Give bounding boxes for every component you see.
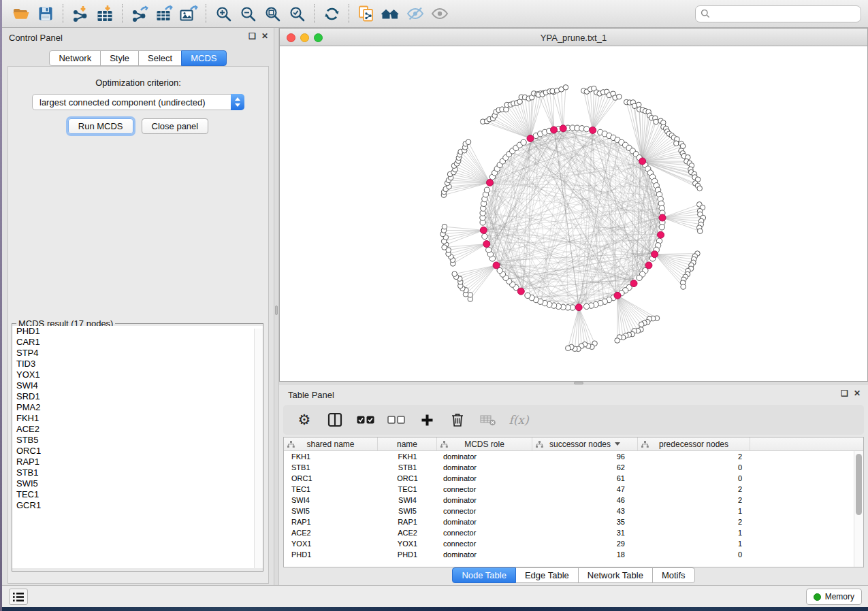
cell-predecessor_nodes[interactable]: 1 — [638, 506, 750, 516]
mcds-result-node[interactable]: CAR1 — [12, 337, 263, 348]
table-row[interactable]: STB1STB1dominator620 — [284, 462, 854, 473]
table-row[interactable]: RAP1RAP1dominator352 — [284, 516, 854, 527]
mcds-result-node[interactable]: STB5 — [12, 435, 263, 446]
cell-shared_name[interactable]: FKH1 — [284, 451, 378, 462]
table-vertical-scrollbar[interactable] — [854, 451, 863, 567]
network-node[interactable] — [637, 275, 642, 280]
cell-mcds_role[interactable]: dominator — [437, 473, 532, 484]
network-node[interactable] — [566, 346, 571, 351]
cell-predecessor_nodes[interactable]: 2 — [638, 495, 750, 506]
table-row[interactable]: SWI5SWI5connector431 — [284, 506, 854, 516]
dominator-node[interactable] — [493, 262, 500, 269]
cell-predecessor_nodes[interactable]: 0 — [638, 462, 750, 473]
cell-successor_nodes[interactable]: 35 — [532, 516, 638, 527]
cell-shared_name[interactable]: STB1 — [284, 462, 378, 473]
network-node[interactable] — [681, 284, 686, 290]
cell-mcds_role[interactable]: dominator — [437, 462, 532, 473]
table-row[interactable]: FKH1FKH1dominator962 — [284, 451, 854, 462]
cell-mcds_role[interactable]: dominator — [437, 495, 532, 506]
cell-successor_nodes[interactable]: 62 — [532, 462, 638, 473]
tab-node-table[interactable]: Node Table — [452, 567, 516, 583]
tab-network-table[interactable]: Network Table — [578, 567, 653, 583]
cell-predecessor_nodes[interactable]: 0 — [638, 549, 750, 560]
table-row[interactable]: TEC1TEC1connector472 — [284, 484, 854, 495]
delete-column-button[interactable] — [447, 409, 468, 431]
cell-mcds_role[interactable]: connector — [437, 506, 532, 516]
mcds-result-node[interactable]: YOX1 — [12, 369, 263, 380]
zoom-out-button[interactable] — [236, 3, 260, 24]
mcds-result-node[interactable]: PHD1 — [12, 326, 263, 337]
mcds-result-node[interactable]: SWI5 — [12, 478, 263, 489]
network-node[interactable] — [615, 338, 620, 344]
zoom-fit-button[interactable] — [260, 3, 285, 24]
cell-name[interactable]: ACE2 — [378, 527, 437, 538]
column-header-successor-nodes[interactable]: successor nodes — [532, 437, 638, 450]
cell-shared_name[interactable]: SWI5 — [284, 506, 378, 516]
open-file-button[interactable] — [9, 3, 33, 24]
network-node[interactable] — [697, 186, 703, 191]
dominator-node[interactable] — [483, 241, 490, 248]
cell-predecessor_nodes[interactable]: 2 — [638, 451, 750, 462]
mcds-result-node[interactable]: GCR1 — [12, 500, 263, 511]
network-node[interactable] — [482, 233, 487, 239]
float-panel-button[interactable]: ❑ — [841, 389, 848, 398]
cell-shared_name[interactable]: TEC1 — [284, 484, 378, 495]
table-row[interactable]: ACE2ACE2connector311 — [284, 527, 854, 538]
export-table-button[interactable] — [152, 3, 176, 24]
network-node[interactable] — [697, 229, 703, 234]
network-node[interactable] — [563, 85, 568, 90]
network-node[interactable] — [583, 303, 589, 309]
cell-shared_name[interactable]: RAP1 — [284, 516, 378, 527]
cell-shared_name[interactable]: SWI4 — [284, 495, 378, 506]
mcds-result-node[interactable]: ORC1 — [12, 446, 263, 457]
memory-button[interactable]: Memory — [806, 589, 862, 605]
dominator-node[interactable] — [639, 158, 646, 165]
save-session-button[interactable] — [33, 3, 58, 24]
dominator-node[interactable] — [551, 127, 558, 133]
dominator-node[interactable] — [614, 292, 621, 299]
panel-menu-button[interactable] — [9, 589, 28, 605]
cell-name[interactable]: TEC1 — [378, 484, 437, 495]
search-box[interactable] — [695, 5, 861, 22]
close-panel-button[interactable]: ✕ — [854, 389, 861, 398]
refresh-button[interactable] — [319, 3, 344, 24]
tab-mcds[interactable]: MCDS — [181, 50, 226, 66]
cell-name[interactable]: RAP1 — [378, 516, 437, 527]
cell-successor_nodes[interactable]: 31 — [532, 527, 638, 538]
dominator-node[interactable] — [630, 280, 637, 287]
tab-style[interactable]: Style — [100, 50, 139, 66]
dominator-node[interactable] — [480, 227, 487, 233]
tab-edge-table[interactable]: Edge Table — [515, 567, 579, 583]
splitter-handle[interactable] — [275, 306, 278, 315]
mcds-result-node[interactable]: FKH1 — [12, 413, 263, 424]
delete-table-button[interactable] — [478, 409, 498, 431]
dominator-node[interactable] — [645, 262, 652, 269]
network-node[interactable] — [466, 139, 471, 145]
cell-predecessor_nodes[interactable]: 2 — [638, 516, 750, 527]
dominator-node[interactable] — [659, 214, 666, 221]
cell-shared_name[interactable]: ACE2 — [284, 527, 378, 538]
cell-name[interactable]: YOX1 — [378, 538, 437, 549]
zoom-in-button[interactable] — [211, 3, 236, 24]
dominator-node[interactable] — [517, 288, 524, 295]
tab-motifs[interactable]: Motifs — [652, 567, 695, 583]
cell-name[interactable]: ORC1 — [378, 473, 437, 484]
cell-name[interactable]: STB1 — [378, 462, 437, 473]
cell-mcds_role[interactable]: dominator — [437, 549, 532, 560]
cell-successor_nodes[interactable]: 29 — [532, 538, 638, 549]
cell-mcds_role[interactable]: dominator — [437, 516, 532, 527]
cell-name[interactable]: PHD1 — [378, 549, 437, 560]
column-header-predecessor-nodes[interactable]: predecessor nodes — [638, 437, 750, 450]
tab-select[interactable]: Select — [138, 50, 182, 66]
table-settings-button[interactable]: ⚙ — [294, 409, 315, 431]
vertical-splitter[interactable] — [274, 28, 279, 585]
network-node[interactable] — [616, 94, 622, 99]
criterion-dropdown[interactable]: largest connected component (undirected) — [32, 94, 244, 110]
network-node[interactable] — [486, 247, 492, 252]
dominator-node[interactable] — [590, 127, 596, 133]
float-panel-button[interactable]: ❑ — [248, 31, 256, 41]
mcds-result-node[interactable]: TEC1 — [12, 489, 263, 500]
network-node[interactable] — [525, 293, 530, 298]
column-header-shared-name[interactable]: shared name — [284, 437, 378, 450]
close-panel-button-mcds[interactable]: Close panel — [142, 118, 209, 134]
